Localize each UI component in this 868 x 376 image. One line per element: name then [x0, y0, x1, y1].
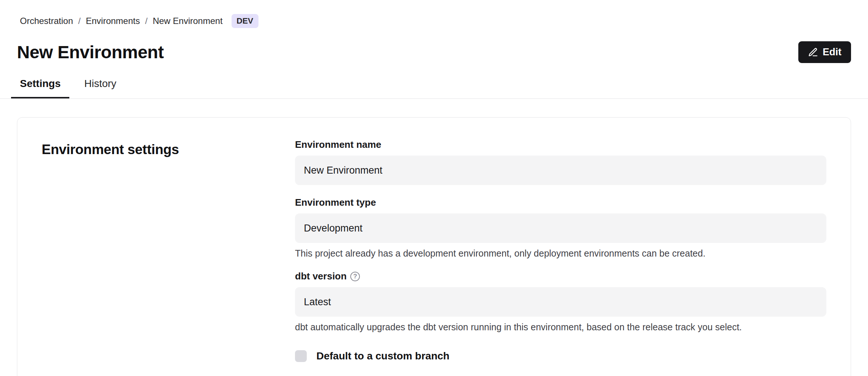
environment-name-group: Environment name New Environment	[295, 139, 826, 185]
environment-settings-card: Environment settings Environment name Ne…	[17, 117, 851, 376]
help-icon[interactable]: ?	[350, 272, 360, 281]
custom-branch-row: Default to a custom branch	[295, 350, 826, 362]
breadcrumb-new-environment[interactable]: New Environment	[153, 17, 222, 25]
environment-type-field[interactable]: Development	[295, 213, 826, 243]
environment-name-field[interactable]: New Environment	[295, 156, 826, 185]
breadcrumb-orchestration[interactable]: Orchestration	[20, 17, 73, 25]
environment-type-label: Environment type	[295, 197, 826, 208]
breadcrumb: Orchestration / Environments / New Envir…	[20, 14, 851, 28]
tabs: Settings History	[17, 76, 851, 98]
dbt-version-label: dbt version	[295, 271, 347, 282]
environment-type-group: Environment type Development This projec…	[295, 197, 826, 259]
edit-button-label: Edit	[823, 46, 841, 58]
environment-type-helper-text: This project already has a development e…	[295, 248, 826, 259]
page: Orchestration / Environments / New Envir…	[0, 0, 868, 376]
environment-settings-heading: Environment settings	[42, 139, 295, 362]
dbt-version-group: dbt version ? Latest dbt automatically u…	[295, 271, 826, 333]
dbt-version-label-row: dbt version ?	[295, 271, 826, 282]
breadcrumb-environments[interactable]: Environments	[86, 17, 140, 25]
dbt-version-helper-text: dbt automatically upgrades the dbt versi…	[295, 322, 826, 333]
edit-button[interactable]: Edit	[798, 41, 851, 63]
dbt-version-field[interactable]: Latest	[295, 287, 826, 317]
environment-settings-form: Environment name New Environment Environ…	[295, 139, 826, 362]
page-header: New Environment Edit	[17, 41, 851, 63]
environment-name-label: Environment name	[295, 139, 826, 150]
custom-branch-label: Default to a custom branch	[316, 350, 449, 362]
breadcrumb-separator: /	[78, 17, 81, 25]
breadcrumb-separator: /	[145, 17, 147, 25]
custom-branch-checkbox[interactable]	[295, 350, 307, 362]
tab-history[interactable]: History	[75, 76, 125, 98]
tabs-divider	[0, 98, 868, 99]
page-title: New Environment	[17, 42, 164, 62]
pencil-icon	[808, 47, 818, 58]
environment-badge: DEV	[232, 14, 258, 28]
tab-settings[interactable]: Settings	[11, 76, 69, 98]
